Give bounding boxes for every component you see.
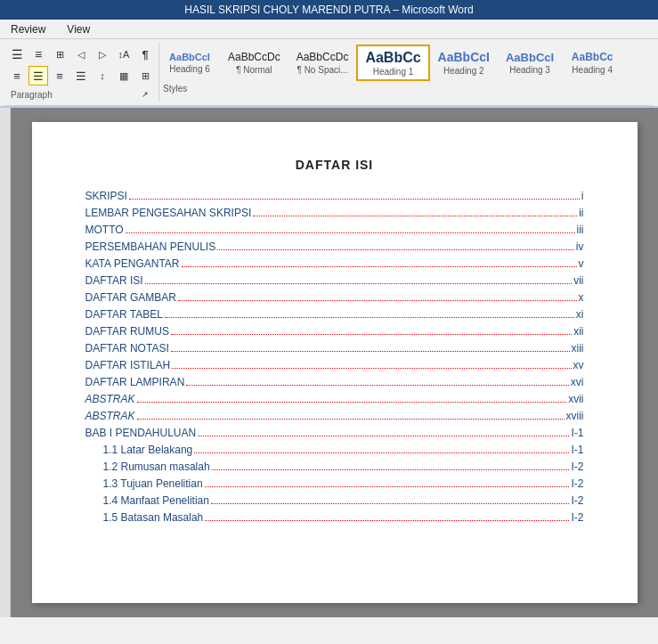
toc-text: 1.2 Rumusan masalah xyxy=(103,461,210,473)
style-item-heading1[interactable]: AaBbCcHeading 1 xyxy=(356,45,429,81)
list-bullet-btn[interactable]: ☰ xyxy=(7,45,27,64)
shading-icon: ▦ xyxy=(119,70,128,82)
toc-entry: 1.1 Latar BelakangI-1 xyxy=(85,444,584,456)
toc-text: SKRIPSI xyxy=(85,190,127,202)
toc-text: DAFTAR ISI xyxy=(85,274,143,287)
toc-text: DAFTAR LAMPIRAN xyxy=(85,376,185,388)
toc-entry: KATA PENGANTARv xyxy=(85,257,584,270)
title-bar: HASIL SKRIPSI CHOLY MARENDI PUTRA – Micr… xyxy=(0,0,658,20)
toc-text: ABSTRAK xyxy=(85,410,135,422)
increase-indent-icon: ▷ xyxy=(99,49,106,61)
toc-entry: DAFTAR RUMUSxii xyxy=(85,325,584,338)
toc-entry: 1.3 Tujuan PenelitianI-2 xyxy=(85,477,584,490)
sort-icon: ↕A xyxy=(118,49,130,60)
line-spacing-btn[interactable]: ↕ xyxy=(93,66,112,86)
toc-page: xii xyxy=(573,325,583,338)
toc-page: I-1 xyxy=(571,444,583,456)
toc-dots xyxy=(137,402,567,403)
toc-dots xyxy=(172,368,571,369)
align-left-icon: ≡ xyxy=(13,69,20,83)
toc-dots xyxy=(186,385,569,386)
toc-text: KATA PENGANTAR xyxy=(85,257,180,270)
toc-text: DAFTAR NOTASI xyxy=(85,342,169,355)
paragraph-label: Paragraph xyxy=(11,90,53,100)
list-number-btn[interactable]: ≡ xyxy=(28,45,48,64)
toc-page: I-2 xyxy=(571,511,583,524)
decrease-indent-btn[interactable]: ◁ xyxy=(71,45,91,64)
toc-dots xyxy=(212,469,570,470)
toc-text: DAFTAR GAMBAR xyxy=(85,291,176,304)
toc-page: i xyxy=(581,190,584,202)
toc-entry: DAFTAR ISIvii xyxy=(85,274,584,287)
toc-dots xyxy=(211,503,570,504)
align-right-btn[interactable]: ≡ xyxy=(50,66,69,86)
decrease-indent-icon: ◁ xyxy=(77,49,85,61)
increase-indent-btn[interactable]: ▷ xyxy=(93,45,112,64)
style-label-normal: ¶ Normal xyxy=(236,65,272,75)
toc-entry: DAFTAR ISTILAHxv xyxy=(85,359,584,371)
style-item-heading4[interactable]: AaBbCcHeading 4 xyxy=(562,45,622,81)
multilevel-list-btn[interactable]: ⊞ xyxy=(50,45,69,64)
paragraph-dialog-btn[interactable]: ↗ xyxy=(139,88,151,101)
align-center-btn[interactable]: ☰ xyxy=(28,66,48,86)
toc-dots xyxy=(205,520,569,521)
toc-dots xyxy=(129,199,580,200)
toc-entry: DAFTAR GAMBARx xyxy=(85,291,584,304)
toc-text: 1.5 Batasan Masalah xyxy=(103,511,204,524)
document-title: DAFTAR ISI xyxy=(85,158,584,172)
justify-btn[interactable]: ☰ xyxy=(71,66,91,86)
toc-dots xyxy=(198,436,569,436)
toc-text: 1.4 Manfaat Penelitian xyxy=(103,494,209,507)
toc-page: xvi xyxy=(571,376,584,388)
toc-entry: 1.5 Batasan MasalahI-2 xyxy=(85,511,584,524)
toc-text: LEMBAR PENGESAHAN SKRIPSI xyxy=(85,207,252,219)
toc-text: 1.3 Tujuan Penelitian xyxy=(103,477,203,490)
toc-page: I-1 xyxy=(571,427,583,439)
ribbon: ☰ ≡ ⊞ ◁ ▷ ↕A xyxy=(0,39,658,108)
toc-dots xyxy=(253,216,577,216)
align-left-btn[interactable]: ≡ xyxy=(7,66,27,86)
toc-dots xyxy=(178,300,577,301)
style-item-nospace[interactable]: AaBbCcDc¶ No Spaci... xyxy=(288,45,357,81)
list-number-icon: ≡ xyxy=(35,47,42,61)
list-bullet-icon: ☰ xyxy=(12,47,23,61)
toc-page: I-2 xyxy=(571,494,583,507)
toc-container: SKRIPSIiLEMBAR PENGESAHAN SKRIPSIiiMOTTO… xyxy=(85,190,584,524)
menu-view[interactable]: View xyxy=(63,21,93,37)
style-item-heading2[interactable]: AaBbCcIHeading 2 xyxy=(430,45,498,81)
align-right-icon: ≡ xyxy=(56,69,63,83)
menu-review[interactable]: Review xyxy=(7,21,49,37)
toc-dots xyxy=(137,419,565,420)
border-btn[interactable]: ⊞ xyxy=(135,66,155,86)
toc-text: DAFTAR ISTILAH xyxy=(85,359,171,371)
toc-entry: MOTTOiii xyxy=(85,224,584,236)
style-preview-normal: AaBbCcDc xyxy=(228,51,280,63)
toc-page: xiii xyxy=(572,342,584,355)
align-center-icon: ☰ xyxy=(33,69,44,83)
toc-text: ABSTRAK xyxy=(85,393,135,405)
document-page: DAFTAR ISI SKRIPSIiLEMBAR PENGESAHAN SKR… xyxy=(32,122,638,603)
style-label-heading2: Heading 2 xyxy=(443,66,484,76)
style-item-normal[interactable]: AaBbCcDc¶ Normal xyxy=(220,45,288,81)
style-preview-heading6: AaBbCcI xyxy=(169,52,210,63)
style-label-heading1: Heading 1 xyxy=(373,67,414,77)
toc-page: I-2 xyxy=(571,461,583,473)
toc-dots xyxy=(194,452,569,453)
toc-entry: PERSEMBAHAN PENULISiv xyxy=(85,240,584,253)
toc-entry: 1.2 Rumusan masalahI-2 xyxy=(85,461,584,473)
toc-text: PERSEMBAHAN PENULIS xyxy=(85,240,216,253)
style-item-heading3[interactable]: AaBbCcIHeading 3 xyxy=(498,45,562,81)
shading-btn[interactable]: ▦ xyxy=(114,66,134,86)
toc-page: xviii xyxy=(566,410,584,422)
style-item-heading6[interactable]: AaBbCcIHeading 6 xyxy=(159,45,220,81)
justify-icon: ☰ xyxy=(76,69,86,83)
toc-text: BAB I PENDAHULUAN xyxy=(85,427,197,439)
sort-btn[interactable]: ↕A xyxy=(114,45,134,64)
toc-page: xv xyxy=(573,359,584,371)
show-marks-btn[interactable]: ¶ xyxy=(135,45,155,64)
toc-text: DAFTAR TABEL xyxy=(85,308,163,321)
toc-dots xyxy=(182,266,577,267)
toc-page: iv xyxy=(576,240,584,253)
toc-page: x xyxy=(579,291,584,304)
toc-page: xi xyxy=(576,308,584,321)
